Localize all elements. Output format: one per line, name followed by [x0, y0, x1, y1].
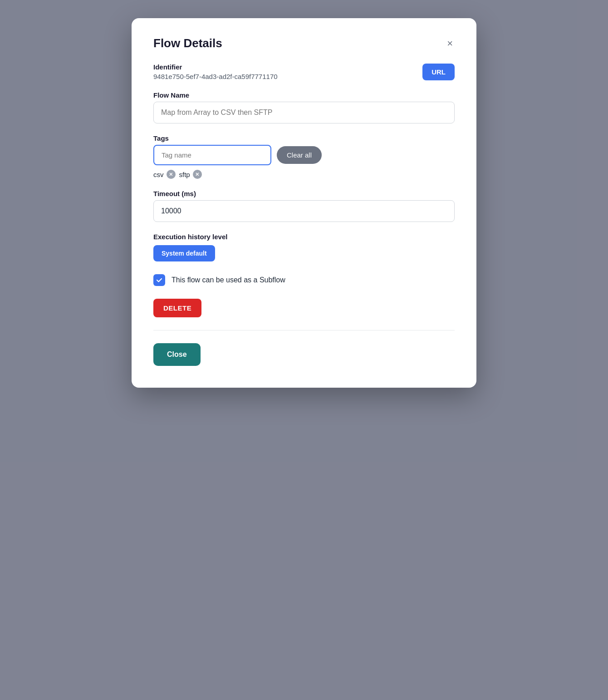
- delete-button-section: DELETE: [153, 299, 455, 317]
- timeout-section: Timeout (ms): [153, 190, 455, 222]
- tag-sftp-remove-button[interactable]: ✕: [193, 170, 202, 179]
- tag-name-input[interactable]: [153, 145, 271, 165]
- flow-name-label: Flow Name: [153, 91, 455, 99]
- close-footer-button[interactable]: Close: [153, 343, 201, 366]
- clear-all-button[interactable]: Clear all: [277, 146, 322, 164]
- tag-csv-remove-button[interactable]: ✕: [167, 170, 176, 179]
- tags-list: csv ✕ sftp ✕: [153, 170, 455, 179]
- flow-name-section: Flow Name: [153, 91, 455, 123]
- identifier-section: Identifier 9481e750-5ef7-4ad3-ad2f-ca59f…: [153, 63, 455, 80]
- timeout-label: Timeout (ms): [153, 190, 455, 197]
- subflow-checkbox-row: This flow can be used as a Subflow: [153, 274, 455, 286]
- tag-csv-name: csv: [153, 171, 164, 178]
- tags-label: Tags: [153, 134, 455, 142]
- flow-details-modal: Flow Details × Identifier 9481e750-5ef7-…: [132, 18, 476, 388]
- list-item: sftp ✕: [179, 170, 202, 179]
- tags-input-row: Clear all: [153, 145, 455, 165]
- tags-section: Tags Clear all csv ✕ sftp ✕: [153, 134, 455, 179]
- subflow-label: This flow can be used as a Subflow: [172, 276, 285, 284]
- execution-history-label: Execution history level: [153, 233, 455, 241]
- modal-title: Flow Details: [153, 36, 222, 50]
- tag-sftp-name: sftp: [179, 171, 190, 178]
- list-item: csv ✕: [153, 170, 176, 179]
- footer: Close: [153, 343, 455, 366]
- flow-name-input[interactable]: [153, 102, 455, 123]
- identifier-label: Identifier: [153, 63, 278, 71]
- subflow-checkbox[interactable]: [153, 274, 165, 286]
- timeout-input[interactable]: [153, 200, 455, 222]
- url-button[interactable]: URL: [422, 64, 455, 80]
- modal-header: Flow Details ×: [153, 36, 455, 50]
- delete-button[interactable]: DELETE: [153, 299, 201, 317]
- identifier-value: 9481e750-5ef7-4ad3-ad2f-ca59f7771170: [153, 73, 278, 80]
- identifier-block: Identifier 9481e750-5ef7-4ad3-ad2f-ca59f…: [153, 63, 278, 80]
- modal-divider: [153, 330, 455, 330]
- close-icon-button[interactable]: ×: [445, 37, 455, 50]
- system-default-button[interactable]: System default: [153, 245, 215, 261]
- execution-history-section: Execution history level System default: [153, 233, 455, 261]
